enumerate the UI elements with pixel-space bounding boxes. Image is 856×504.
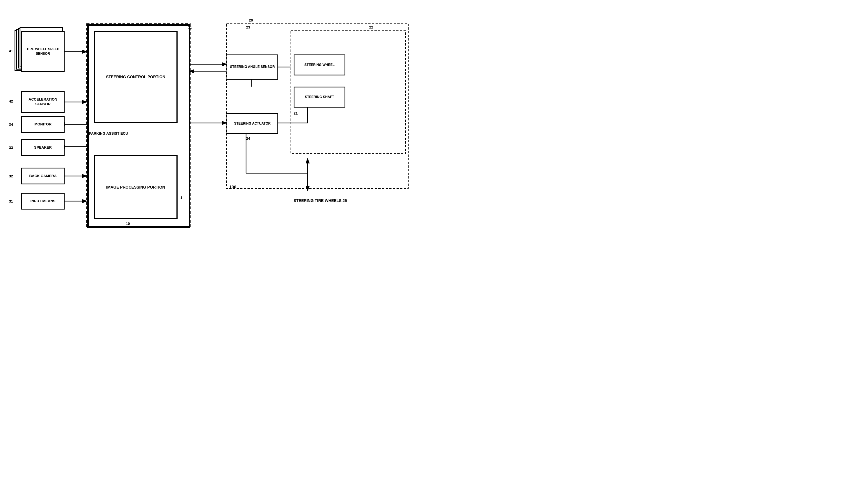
steering-angle-box: STEERING ANGLE SENSOR	[226, 54, 278, 79]
speaker-label: SPEAKER	[34, 145, 52, 150]
steering-shaft-label: STEERING SHAFT	[305, 95, 334, 100]
steering-shaft-box: STEERING SHAFT	[294, 87, 345, 108]
label-22: 22	[369, 25, 373, 29]
label-10: 10	[126, 221, 130, 226]
tire-wheel-label: TIRE WHEEL SPEED SENSOR	[22, 47, 64, 56]
label-20: 20	[249, 18, 253, 22]
label-33: 33	[9, 146, 13, 150]
steering-wheel-box: STEERING WHEEL	[294, 54, 345, 75]
back-camera-label: BACK CAMERA	[29, 174, 56, 179]
input-means-label: INPUT MEANS	[31, 199, 56, 204]
diagram: TIRE WHEEL SPEED SENSOR 41 ACCELERATION …	[0, 0, 428, 252]
label-100: 100	[229, 184, 236, 189]
steering-control-box: STEERING CONTROL PORTION	[94, 31, 177, 123]
label-32: 32	[9, 174, 13, 178]
label-21: 21	[294, 111, 297, 115]
back-camera-box: BACK CAMERA	[21, 168, 65, 184]
acceleration-label: ACCELERATION SENSOR	[22, 97, 64, 107]
label-34: 34	[9, 122, 13, 127]
label-41: 41	[9, 49, 13, 53]
speaker-box: SPEAKER	[21, 139, 65, 156]
steering-angle-label: STEERING ANGLE SENSOR	[230, 65, 275, 69]
label-11: 11	[188, 25, 192, 29]
input-means-box: INPUT MEANS	[21, 193, 65, 210]
steering-tire-label: STEERING TIRE WHEELS 25	[294, 198, 347, 203]
steering-wheel-label: STEERING WHEEL	[304, 63, 335, 67]
steering-control-label: STEERING CONTROL PORTION	[106, 74, 165, 79]
label-1: 1	[181, 196, 182, 200]
acceleration-box: ACCELERATION SENSOR	[21, 91, 65, 113]
label-42: 42	[9, 99, 13, 103]
label-31: 31	[9, 199, 13, 203]
label-24: 24	[246, 136, 250, 141]
image-processing-label: IMAGE PROCESSING PORTION	[106, 185, 165, 190]
tire-wheel-box: TIRE WHEEL SPEED SENSOR	[21, 31, 65, 72]
monitor-box: MONITOR	[21, 116, 65, 133]
steering-actuator-box: STEERING ACTUATOR	[226, 113, 278, 134]
steering-actuator-label: STEERING ACTUATOR	[234, 122, 270, 126]
monitor-label: MONITOR	[34, 122, 51, 127]
image-processing-box: IMAGE PROCESSING PORTION	[94, 155, 177, 219]
label-23: 23	[246, 25, 250, 29]
parking-assist-label: PARKING ASSIST ECU	[89, 131, 128, 136]
